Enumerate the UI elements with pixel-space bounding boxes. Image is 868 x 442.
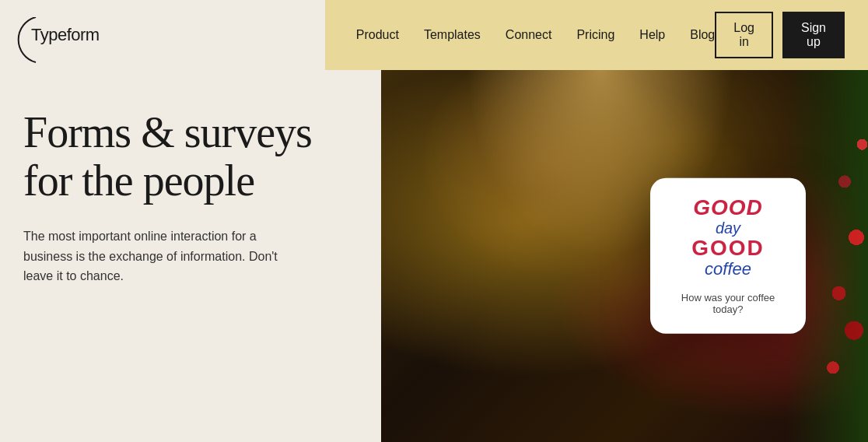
signup-button[interactable]: Sign up xyxy=(782,12,845,58)
card-line1: GOOD xyxy=(666,197,790,219)
logo-arc-icon xyxy=(14,17,57,64)
card-line2: day xyxy=(666,219,790,237)
nav-item-blog[interactable]: Blog xyxy=(690,28,715,42)
header: Typeform Product Templates Connect Prici… xyxy=(0,0,868,70)
hero-section: Forms & surveys for the people The most … xyxy=(0,70,381,442)
header-actions: Log in Sign up xyxy=(715,12,845,58)
card-line4: coffee xyxy=(666,259,790,279)
header-right: Product Templates Connect Pricing Help B… xyxy=(325,0,868,70)
survey-card-mockup: GOOD day GOOD coffee How was your coffee… xyxy=(650,178,806,334)
nav-item-help[interactable]: Help xyxy=(639,28,665,42)
header-left: Typeform xyxy=(0,0,325,70)
hero-image-panel: GOOD day GOOD coffee How was your coffee… xyxy=(381,70,868,442)
nav-item-connect[interactable]: Connect xyxy=(506,28,552,42)
card-question: How was your coffee today? xyxy=(666,292,790,315)
nav-item-templates[interactable]: Templates xyxy=(424,28,481,42)
main-content: Forms & surveys for the people The most … xyxy=(0,70,868,442)
card-line3: GOOD xyxy=(666,237,790,259)
logo-wrapper: Typeform xyxy=(23,25,100,45)
hero-title: Forms & surveys for the people xyxy=(23,109,350,205)
login-button[interactable]: Log in xyxy=(715,12,773,58)
hero-description: The most important online interaction fo… xyxy=(23,226,303,286)
nav-item-product[interactable]: Product xyxy=(356,28,399,42)
nav-item-pricing[interactable]: Pricing xyxy=(576,28,614,42)
main-nav: Product Templates Connect Pricing Help B… xyxy=(356,28,716,42)
